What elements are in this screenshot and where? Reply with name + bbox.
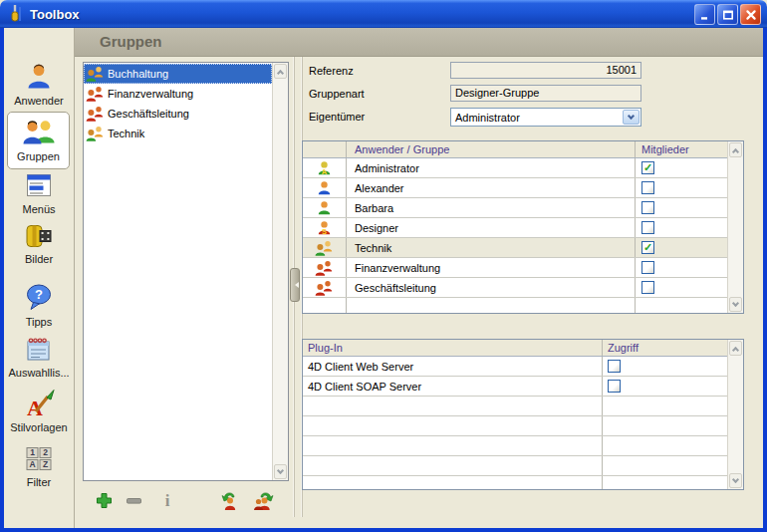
move-user-in-button[interactable] (250, 489, 276, 513)
anwender-gruppe-column-header: Anwender / Gruppe (347, 141, 636, 157)
scroll-up-button[interactable] (729, 341, 742, 356)
svg-text:A: A (322, 167, 328, 176)
scroll-up-button[interactable] (729, 142, 742, 157)
sidebar: AnwenderGruppenMenüsBilder?TippsAuswahll… (4, 28, 75, 528)
sidebar-item-tipps[interactable]: ?Tipps (4, 283, 74, 328)
group-list-item[interactable]: Geschäftsleitung (84, 104, 272, 124)
mitglieder-checkbox[interactable]: ✓ (641, 181, 654, 194)
user-admin-icon: A (303, 158, 347, 177)
window-border-bottom (0, 528, 767, 532)
remove-group-button[interactable] (121, 489, 146, 513)
minimize-button[interactable] (694, 4, 715, 25)
maximize-icon (722, 9, 734, 21)
sidebar-item-filter[interactable]: 12AZFilter (4, 445, 74, 488)
mitglieder-checkbox[interactable]: ✓ (641, 201, 654, 214)
members-table-header: Anwender / Gruppe Mitglieder (303, 141, 727, 158)
toolbox-window: Toolbox AnwenderGruppenMenüsBilder?Tipps… (0, 0, 767, 532)
svg-text:?: ? (35, 287, 43, 302)
combo-dropdown-button[interactable] (623, 110, 639, 125)
sidebar-item-stilvorlagen[interactable]: AStilvorlagen (4, 389, 74, 433)
chevron-up-icon (732, 147, 739, 154)
group-red-icon (303, 278, 347, 297)
members-table: Anwender / Gruppe Mitglieder AAdministra… (302, 140, 744, 314)
gruppenart-value: Designer-Gruppe (455, 87, 539, 99)
chevron-down-icon (277, 467, 284, 474)
group-info-button[interactable]: i (154, 489, 180, 513)
group-list-items: BuchhaltungFinanzverwaltungGeschäftsleit… (84, 63, 272, 480)
toolbox-app-icon (7, 4, 25, 24)
mitglieder-checkbox[interactable]: ✓ (641, 221, 654, 234)
maximize-button[interactable] (717, 4, 738, 25)
chevron-down-icon (628, 113, 635, 120)
group-green-orange-icon (86, 126, 105, 141)
group-list-item[interactable]: Finanzverwaltung (84, 84, 272, 104)
group-list-scrollbar[interactable] (272, 63, 288, 480)
zugriff-checkbox[interactable]: ✓ (608, 380, 621, 393)
group-name: Geschäftsleitung (108, 108, 189, 120)
group-red-icon (86, 106, 105, 122)
sidebar-item-gruppen[interactable]: Gruppen (7, 112, 70, 169)
sidebar-item-bilder[interactable]: Bilder (4, 222, 74, 265)
sidebar-item-label: Tipps (4, 316, 74, 328)
scroll-down-button[interactable] (274, 464, 287, 479)
titlebar[interactable]: Toolbox (0, 0, 767, 28)
member-name: Designer (347, 218, 636, 237)
sidebar-item-label: Gruppen (8, 150, 69, 162)
sidebar-item-auswahllisten[interactable]: Auswahllis... (4, 336, 74, 379)
add-group-button[interactable] (91, 489, 117, 513)
mitglieder-checkbox[interactable]: ✓ (641, 241, 654, 254)
member-name: Geschäftsleitung (347, 278, 636, 297)
mitglieder-checkbox[interactable]: ✓ (641, 161, 654, 174)
sidebar-item-label: Anwender (4, 95, 74, 107)
film-icon (23, 222, 55, 252)
member-name: Finanzverwaltung (347, 258, 636, 277)
members-table-scrollbar[interactable] (727, 141, 743, 313)
zugriff-cell: ✓ (603, 377, 727, 396)
member-row: Barbara✓ (303, 198, 727, 218)
member-row: Technik✓ (303, 238, 727, 258)
eigentuemer-label: Eigentümer (309, 109, 443, 126)
sidebar-item-label: Bilder (4, 253, 74, 265)
user-green-icon (303, 198, 347, 217)
scroll-up-button[interactable] (274, 64, 287, 79)
sidebar-item-menus[interactable]: Menüs (4, 172, 74, 215)
member-row: SDesigner✓ (303, 218, 727, 238)
user-blue-icon (303, 178, 347, 197)
member-name: Administrator (347, 158, 636, 177)
help-bubble-icon: ? (24, 283, 54, 313)
svg-text:S: S (322, 227, 327, 236)
member-name: Technik (347, 238, 636, 257)
zugriff-cell: ✓ (603, 357, 727, 376)
referenz-label: Referenz (309, 63, 443, 80)
mitglieder-cell: ✓ (636, 198, 727, 217)
zugriff-checkbox[interactable]: ✓ (608, 360, 621, 373)
mitglieder-checkbox[interactable]: ✓ (641, 281, 654, 294)
gruppenart-field[interactable]: Designer-Gruppe (450, 85, 641, 102)
group-list[interactable]: BuchhaltungFinanzverwaltungGeschäftsleit… (83, 62, 289, 481)
referenz-value: 15001 (606, 64, 637, 76)
minus-icon (125, 491, 143, 512)
group-list-item[interactable]: Buchhaltung (84, 64, 272, 84)
move-user-out-button[interactable] (220, 489, 246, 513)
group-red-icon (86, 86, 105, 102)
group-list-item[interactable]: Technik (84, 124, 272, 143)
svg-text:Z: Z (43, 459, 48, 469)
plugin-row-empty (303, 416, 727, 436)
member-row-empty (303, 298, 727, 313)
sidebar-item-anwender[interactable]: Anwender (4, 62, 74, 107)
mitglieder-cell: ✓ (636, 178, 727, 197)
eigentuemer-select[interactable]: Administrator (450, 108, 641, 127)
scroll-down-button[interactable] (729, 297, 742, 312)
splitter-grip[interactable] (290, 268, 300, 302)
referenz-field[interactable]: 15001 (450, 62, 641, 79)
plugin-table: Plug-In Zugriff 4D Client Web Server✓4D … (302, 339, 744, 490)
scroll-down-button[interactable] (729, 473, 742, 488)
mitglieder-cell: ✓ (636, 278, 727, 297)
page-header: Gruppen (75, 28, 763, 57)
group-red-icon (303, 258, 347, 277)
svg-text:1: 1 (30, 447, 35, 457)
close-button[interactable] (740, 4, 761, 25)
mitglieder-checkbox[interactable]: ✓ (641, 261, 654, 274)
plugin-table-scrollbar[interactable] (727, 340, 743, 489)
plugin-table-header: Plug-In Zugriff (303, 340, 727, 357)
